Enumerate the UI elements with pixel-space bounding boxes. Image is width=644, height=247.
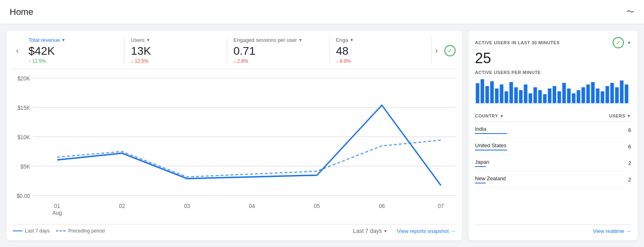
metric-label-users[interactable]: Users ▼ (131, 37, 220, 43)
legend-preceding: Preceding period (56, 228, 105, 234)
metric-value-engaged: 0.71 (233, 45, 323, 58)
svg-text:01: 01 (54, 202, 60, 209)
metric-change-enga: ↓ 8.9% (336, 58, 425, 64)
metric-change-users: ↓ 12.5% (131, 58, 220, 64)
metric-label-enga[interactable]: Enga ▼ (336, 37, 425, 43)
svg-text:05: 05 (314, 202, 320, 209)
users-sort-arrow[interactable]: ▼ (627, 114, 631, 118)
legend-preceding-label: Preceding period (68, 228, 105, 234)
svg-text:Aug: Aug (52, 209, 62, 216)
svg-rect-30 (533, 87, 537, 103)
active-count: 25 (475, 50, 631, 67)
metric-value-enga: 48 (336, 45, 425, 58)
svg-text:06: 06 (379, 202, 385, 209)
metric-total-revenue: Total revenue ▼ $42K ↑ 12.5% (22, 37, 125, 64)
svg-rect-40 (582, 87, 585, 103)
table-header: COUNTRY ▼ USERS ▼ (475, 110, 631, 122)
svg-text:07: 07 (438, 202, 444, 209)
bar-chart-svg (475, 77, 631, 105)
svg-rect-35 (557, 91, 561, 103)
metric-label-revenue[interactable]: Total revenue ▼ (29, 37, 118, 43)
svg-text:$5K: $5K (21, 163, 30, 170)
period-selector[interactable]: Last 7 days ▼ (353, 228, 388, 234)
dropdown-arrow-engaged[interactable]: ▼ (299, 38, 303, 42)
svg-rect-20 (485, 86, 489, 103)
svg-rect-42 (591, 82, 595, 103)
country-us: United States (475, 142, 507, 150)
svg-rect-48 (620, 80, 623, 103)
svg-rect-21 (490, 81, 494, 103)
check-icon[interactable]: ✓ (444, 45, 456, 56)
nz-bar (475, 183, 486, 183)
realtime-dropdown-arrow[interactable]: ▼ (627, 41, 631, 45)
svg-text:02: 02 (119, 202, 125, 209)
svg-rect-46 (610, 83, 614, 103)
svg-text:$15K: $15K (17, 104, 30, 111)
view-snapshot-link[interactable]: View reports snapshot → (397, 228, 456, 234)
metric-label-engaged[interactable]: Engaged sessions per user ▼ (233, 37, 323, 43)
table-row: Japan 2 (475, 155, 631, 171)
svg-rect-25 (510, 82, 513, 103)
table-row: India 6 (475, 122, 631, 138)
svg-rect-29 (528, 93, 532, 103)
dropdown-arrow-enga[interactable]: ▼ (350, 38, 354, 42)
trend-icon[interactable]: 〜 (626, 6, 634, 17)
metric-enga: Enga ▼ 48 ↓ 8.9% (330, 37, 432, 64)
country-japan: Japan (475, 159, 489, 167)
svg-rect-23 (500, 84, 504, 103)
metric-change-revenue: ↑ 12.5% (29, 58, 118, 64)
legend-line-preceding (56, 231, 66, 231)
legend-current-label: Last 7 days (25, 228, 50, 234)
svg-rect-22 (495, 89, 499, 103)
svg-text:$0.00: $0.00 (17, 192, 30, 199)
realtime-check-icon[interactable]: ✓ (613, 37, 624, 48)
country-india: India (475, 126, 507, 134)
chart-footer: Last 7 days Preceding period Last 7 days… (13, 224, 456, 234)
svg-rect-38 (572, 93, 576, 103)
next-arrow[interactable]: › (432, 43, 441, 58)
legend-line-current (13, 231, 23, 231)
svg-rect-49 (625, 84, 628, 103)
bar-chart-area (475, 77, 631, 105)
svg-rect-44 (601, 91, 604, 103)
metrics-row: ‹ Total revenue ▼ $42K ↑ 12.5% Users ▼ 1… (13, 37, 456, 69)
svg-rect-24 (505, 91, 508, 103)
svg-rect-26 (514, 87, 518, 103)
page-title: Home (10, 7, 33, 17)
left-panel: ‹ Total revenue ▼ $42K ↑ 12.5% Users ▼ 1… (6, 31, 462, 241)
svg-rect-18 (476, 83, 479, 103)
svg-rect-37 (567, 89, 571, 103)
right-panel-footer: View realtime → (475, 224, 631, 234)
svg-rect-27 (519, 90, 522, 103)
view-realtime-link[interactable]: View realtime → (593, 228, 631, 234)
metric-change-engaged: ↓ 2.8% (233, 58, 323, 64)
metric-users: Users ▼ 13K ↓ 12.5% (124, 37, 227, 64)
main-content: ‹ Total revenue ▼ $42K ↑ 12.5% Users ▼ 1… (0, 24, 644, 247)
svg-rect-32 (543, 94, 547, 103)
svg-rect-36 (562, 83, 566, 103)
us-bar (475, 150, 507, 150)
prev-arrow[interactable]: ‹ (13, 43, 22, 58)
india-bar (475, 133, 507, 134)
svg-rect-31 (538, 90, 542, 103)
svg-rect-39 (577, 90, 580, 103)
svg-text:03: 03 (184, 202, 190, 209)
dropdown-arrow-users[interactable]: ▼ (146, 38, 150, 42)
country-table: COUNTRY ▼ USERS ▼ India 6 United States (475, 110, 631, 224)
svg-text:$10K: $10K (17, 134, 30, 140)
chart-area: $20K $15K $10K $5K $0.00 01 Aug 02 03 04… (13, 72, 456, 219)
period-dropdown-arrow[interactable]: ▼ (384, 229, 388, 233)
realtime-check-container: ✓ ▼ (609, 37, 631, 48)
svg-rect-47 (615, 87, 619, 103)
table-row: United States 6 (475, 138, 631, 155)
japan-bar (475, 166, 486, 167)
period-label: Last 7 days (353, 228, 382, 234)
users-col-header[interactable]: USERS ▼ (609, 113, 631, 118)
arrow-icon: → (450, 228, 456, 234)
metric-value-revenue: $42K (29, 45, 118, 58)
metric-value-users: 13K (131, 45, 220, 58)
dropdown-arrow-revenue[interactable]: ▼ (62, 38, 66, 42)
country-sort-arrow[interactable]: ▼ (500, 114, 504, 118)
legend-current: Last 7 days (13, 228, 50, 234)
country-col-header[interactable]: COUNTRY ▼ (475, 113, 504, 118)
